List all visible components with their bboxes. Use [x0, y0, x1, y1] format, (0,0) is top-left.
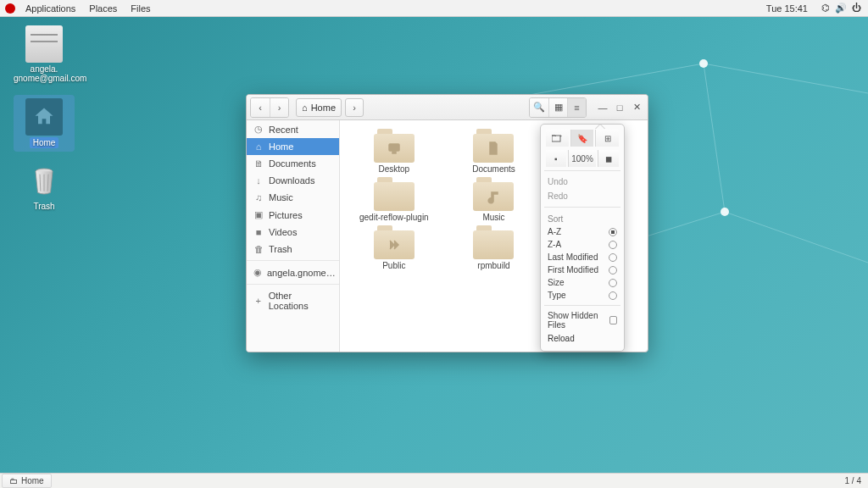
places-sidebar: ◷Recent⌂Home🗎Documents↓Downloads♫Music▣P… [247, 120, 340, 352]
sidebar-item-label: Pictures [269, 210, 303, 220]
sort-option-label: A-Z [548, 227, 561, 236]
top-menu-bar: Applications Places Files Tue 15:41 ⌬ 🔊 … [0, 0, 868, 17]
sort-option-label: Z-A [548, 240, 561, 249]
file-item[interactable]: Music [445, 177, 543, 222]
svg-text:+: + [559, 134, 562, 138]
sidebar-item-other-locations[interactable]: +Other Locations [247, 287, 339, 314]
sidebar-icon: ◷ [253, 124, 264, 135]
sidebar-item-account[interactable]: ◉angela.gnome…⏏ [247, 263, 339, 281]
zoom-level[interactable]: 100% [568, 150, 597, 167]
sidebar-item-label: Trash [269, 244, 292, 254]
file-item[interactable]: gedit-reflow-plugin [345, 177, 443, 222]
sidebar-icon: ↓ [253, 175, 264, 186]
crumb-label: Home [311, 103, 336, 113]
sidebar-item-label: Downloads [269, 175, 314, 186]
file-label: gedit-reflow-plugin [345, 213, 443, 222]
workspace-indicator[interactable]: 1 / 4 [838, 476, 868, 485]
volume-icon[interactable]: 🔊 [835, 3, 847, 14]
svg-rect-9 [392, 152, 396, 153]
folder-icon [473, 129, 514, 163]
taskbar-entry-home[interactable]: 🗀 Home [2, 474, 52, 488]
checkbox-icon [609, 316, 617, 324]
maximize-button[interactable]: □ [612, 100, 627, 115]
desktop-icon-label: Trash [14, 202, 75, 211]
close-button[interactable]: ✕ [629, 100, 644, 115]
sidebar-item-pictures[interactable]: ▣Pictures [247, 206, 339, 224]
desktop-icon-account[interactable]: angela. gnome@gmail.com [14, 25, 75, 83]
sort-option[interactable]: A-Z [546, 225, 619, 238]
clock[interactable]: Tue 15:41 [760, 3, 815, 14]
home-folder-icon [25, 98, 63, 136]
sidebar-item-label: Music [269, 192, 293, 202]
folder-icon [374, 225, 415, 259]
sort-option[interactable]: Size [546, 276, 619, 289]
titlebar[interactable]: ‹ › ⌂ Home › 🔍 ▦ ≡ — □ ✕ [247, 95, 648, 120]
radio-icon [609, 228, 617, 236]
sidebar-item-label: angela.gnome… [267, 268, 336, 278]
sidebar-icon: ▣ [253, 209, 264, 220]
reload-item[interactable]: Reload [546, 331, 619, 346]
path-next-button[interactable]: › [345, 98, 364, 117]
sort-option[interactable]: First Modified [546, 263, 619, 276]
menu-places[interactable]: Places [82, 3, 124, 14]
sidebar-item-label: Recent [269, 125, 298, 135]
file-label: Desktop [345, 164, 443, 174]
sort-option[interactable]: Type [546, 289, 619, 302]
back-button[interactable]: ‹ [251, 98, 270, 117]
new-folder-button[interactable]: + [546, 130, 569, 147]
desktop-icon-label: Home [30, 137, 59, 148]
sidebar-item-home[interactable]: ⌂Home [247, 138, 339, 155]
view-grid-button[interactable]: ▦ [548, 98, 567, 117]
sidebar-item-trash[interactable]: 🗑Trash [247, 241, 339, 258]
sidebar-icon: 🗎 [253, 158, 264, 169]
folder-icon [473, 177, 514, 211]
path-home-crumb[interactable]: ⌂ Home [296, 98, 342, 117]
file-item[interactable]: Desktop [345, 129, 443, 174]
toolbar-right: 🔍 ▦ ≡ [529, 97, 587, 118]
new-tab-button[interactable]: ⊞ [595, 130, 619, 147]
sidebar-item-label: Home [269, 141, 293, 152]
sidebar-item-documents[interactable]: 🗎Documents [247, 155, 339, 172]
radio-icon [609, 241, 617, 249]
file-item[interactable]: Public [345, 225, 443, 270]
sidebar-item-label: Documents [269, 158, 316, 169]
distro-logo-icon[interactable] [5, 3, 15, 14]
file-label: Documents [445, 164, 543, 174]
menu-files[interactable]: Files [124, 3, 157, 14]
home-icon: ⌂ [302, 103, 308, 113]
zoom-out-button[interactable]: ▪ [546, 150, 566, 167]
search-button[interactable]: 🔍 [530, 98, 548, 117]
sort-option-label: Size [548, 278, 564, 287]
account-icon: ◉ [253, 267, 262, 278]
power-icon[interactable]: ⏻ [852, 3, 861, 14]
file-item[interactable]: Documents [445, 129, 543, 174]
sidebar-item-videos[interactable]: ■Videos [247, 224, 339, 241]
sidebar-icon: 🗑 [253, 244, 264, 254]
show-hidden-toggle[interactable]: Show Hidden Files [546, 309, 619, 331]
sort-option[interactable]: Z-A [546, 238, 619, 251]
network-icon[interactable]: ⌬ [821, 3, 830, 14]
file-item[interactable]: rpmbuild [445, 225, 543, 270]
taskbar-entry-label: Home [21, 476, 44, 485]
sidebar-item-recent[interactable]: ◷Recent [247, 120, 339, 138]
sort-option-label: Last Modified [548, 252, 598, 262]
sort-option[interactable]: Last Modified [546, 251, 619, 263]
zoom-in-button[interactable]: ◼ [598, 150, 619, 167]
bookmark-button[interactable]: 🔖 [570, 130, 594, 147]
radio-icon [609, 291, 617, 300]
sidebar-icon: ♫ [253, 192, 264, 202]
minimize-button[interactable]: — [595, 100, 610, 115]
desktop-icon-trash[interactable]: Trash [14, 163, 75, 211]
sidebar-item-downloads[interactable]: ↓Downloads [247, 172, 339, 189]
undo-item: Undo [546, 175, 619, 189]
menu-applications[interactable]: Applications [19, 3, 82, 14]
folder-icon [473, 225, 514, 259]
trash-icon [25, 163, 63, 200]
desktop-icon-home[interactable]: Home [14, 95, 75, 152]
sort-option-label: Type [548, 291, 566, 300]
forward-button[interactable]: › [270, 98, 288, 117]
sidebar-item-music[interactable]: ♫Music [247, 189, 339, 206]
hamburger-menu-button[interactable]: ≡ [567, 98, 586, 117]
sidebar-icon: ⌂ [253, 141, 264, 152]
server-icon [25, 25, 63, 63]
